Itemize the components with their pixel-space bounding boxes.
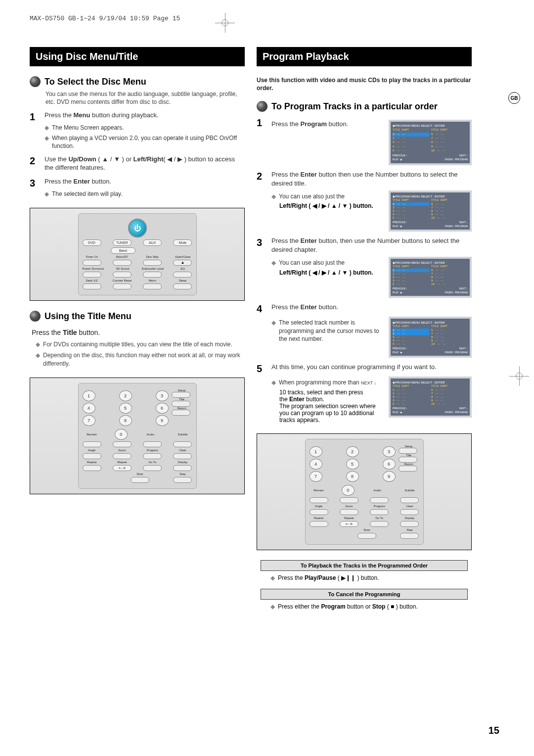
remote-illustration-1: ⏻ DVD TUNER AUX Mute Band Timer On Mono/… bbox=[30, 208, 245, 301]
step-body: Press the Menu button during playback. bbox=[44, 111, 245, 120]
btn: 7 bbox=[310, 471, 322, 482]
lbl: Audio bbox=[368, 489, 387, 492]
step-num: 1 bbox=[30, 111, 40, 122]
t: ( ■ ) button. bbox=[385, 603, 417, 610]
osd-panel: ◆PROGRAM MENU SELECT : ENTERTITLE CHAPT1… bbox=[389, 120, 472, 165]
lbl: Setup bbox=[399, 445, 419, 448]
lbl: Remain bbox=[310, 489, 328, 492]
lbl: Timer On bbox=[83, 255, 101, 258]
t: Press the bbox=[271, 237, 301, 244]
press-title: Press the Title button. bbox=[32, 329, 245, 336]
t: Press the bbox=[44, 111, 74, 119]
lbl: Repeat bbox=[113, 461, 132, 464]
btn: 2 bbox=[119, 390, 132, 401]
t: Menu bbox=[74, 111, 90, 119]
t: The Menu Screen appears. bbox=[52, 124, 124, 132]
t: ( ▲ / ▼ ) or bbox=[96, 155, 134, 163]
subsection-title-menu: Using the Title Menu bbox=[30, 311, 245, 322]
step-body: Press the Enter button, then use the Num… bbox=[271, 236, 472, 254]
lbl: Zoom bbox=[113, 449, 132, 452]
intro-text: You can use the menus for the audio lang… bbox=[45, 90, 243, 106]
subsection-title: To Program Tracks in a particular order bbox=[271, 101, 438, 112]
subsection-disc-menu: To Select the Disc Menu bbox=[30, 76, 245, 87]
t: button. bbox=[77, 329, 100, 336]
osd-panel: ◆PROGRAM MENU SELECT : ENTERTITLE CHAPT1… bbox=[389, 317, 472, 358]
lbl: Audio bbox=[141, 433, 160, 436]
gb-badge: GB bbox=[508, 92, 520, 104]
t: Title bbox=[63, 329, 77, 336]
t: the bbox=[279, 396, 289, 403]
step-num: 3 bbox=[257, 236, 267, 247]
sub: ◆The selected track number is programmin… bbox=[271, 319, 385, 343]
t: The selected item will play. bbox=[52, 190, 123, 198]
lbl: Open/Close bbox=[173, 255, 192, 258]
lbl: Title bbox=[172, 398, 192, 401]
t: NEXT ↓ bbox=[361, 380, 376, 385]
subbox-cancel: To Cancel the Programming bbox=[261, 589, 468, 600]
btn: A↔B bbox=[113, 465, 132, 471]
lbl: Angle bbox=[310, 505, 328, 508]
lbl: Menu bbox=[143, 279, 162, 282]
btn: DVD bbox=[83, 239, 101, 246]
bullet-icon bbox=[257, 101, 267, 112]
t: Press either the bbox=[278, 603, 321, 610]
step-1: 1 Press the Menu button during playback. bbox=[30, 111, 245, 122]
sub-bullet: ◆When playing a VCD version 2.0, you can… bbox=[44, 134, 245, 150]
lbl: Sleep bbox=[173, 279, 192, 282]
subbox-playback: To Playback the Tracks in the Programmed… bbox=[261, 560, 468, 571]
btn: 9 bbox=[156, 415, 169, 426]
step-5r: 5 At this time, you can continue program… bbox=[257, 363, 472, 374]
btn: 9 bbox=[383, 471, 396, 482]
sub-bullet: ◆The Menu Screen appears. bbox=[44, 124, 245, 132]
t: Stop bbox=[372, 603, 386, 610]
btn: A↔B bbox=[340, 521, 358, 527]
t: Enter bbox=[289, 396, 305, 403]
t: Enter bbox=[74, 178, 90, 185]
lbl: Step bbox=[173, 472, 192, 475]
btn: Band bbox=[111, 247, 135, 254]
btn: 5 bbox=[119, 403, 132, 414]
note: ◆For DVDs containing multiple titles, yo… bbox=[36, 340, 245, 348]
t: Depending on the disc, this function may… bbox=[43, 351, 245, 367]
lbl: Repeat bbox=[83, 461, 101, 464]
t: Play/Pause bbox=[305, 574, 336, 581]
btn: 1 bbox=[310, 446, 322, 457]
step-body: Use the Up/Down ( ▲ / ▼ ) or Left/Right(… bbox=[44, 155, 245, 172]
t: Enter bbox=[301, 303, 317, 311]
t: button. bbox=[90, 178, 111, 185]
sub: ◆When programming more than NEXT ↓ bbox=[271, 378, 385, 386]
lbl: Subtitle bbox=[400, 489, 419, 492]
step-num: 3 bbox=[30, 177, 40, 188]
btn: 2 bbox=[346, 446, 359, 457]
t: Use the bbox=[44, 155, 68, 163]
lbl: Subtitle bbox=[173, 433, 192, 436]
step-body: At this time, you can continue programmi… bbox=[271, 363, 472, 372]
lbl: Return bbox=[172, 407, 192, 410]
osd-panel: ◆PROGRAM MENU SELECT : ENTERTITLE CHAPT1… bbox=[389, 377, 472, 418]
t: Program bbox=[321, 603, 345, 610]
btn: 4 bbox=[83, 403, 95, 414]
t: Press the bbox=[271, 171, 301, 178]
t: button during playback. bbox=[90, 111, 158, 119]
lbl: Slow bbox=[131, 472, 149, 475]
lbl: Repeat bbox=[310, 517, 328, 520]
subsection-title: Using the Title Menu bbox=[44, 311, 132, 322]
btn: 6 bbox=[156, 403, 169, 414]
step-num: 2 bbox=[30, 155, 40, 166]
btn: 0 bbox=[342, 485, 355, 496]
btn: 1 bbox=[83, 390, 95, 401]
lbl: Slow bbox=[357, 528, 376, 531]
intro-right: Use this function with video and music C… bbox=[257, 76, 472, 92]
t: The program selection screen where you c… bbox=[279, 403, 385, 424]
btn: Mute bbox=[173, 239, 192, 246]
step-4r: 4 Press the Enter button. bbox=[257, 303, 472, 314]
remote-illustration-2: 123 456 789 Setup Title Return Remain 0 bbox=[30, 378, 245, 494]
btn: 7 bbox=[83, 415, 95, 426]
lbl: Disc Skip bbox=[143, 255, 162, 258]
section-title-right: Program Playback bbox=[257, 47, 472, 66]
t: Press the bbox=[278, 574, 305, 581]
lbl: Deck 1/2 bbox=[83, 279, 101, 282]
t: Up/Down bbox=[68, 155, 96, 163]
t: You can use also just the bbox=[279, 259, 345, 267]
step-1r: 1 Press the Program button. ◆PROGRAM MEN… bbox=[257, 117, 472, 165]
